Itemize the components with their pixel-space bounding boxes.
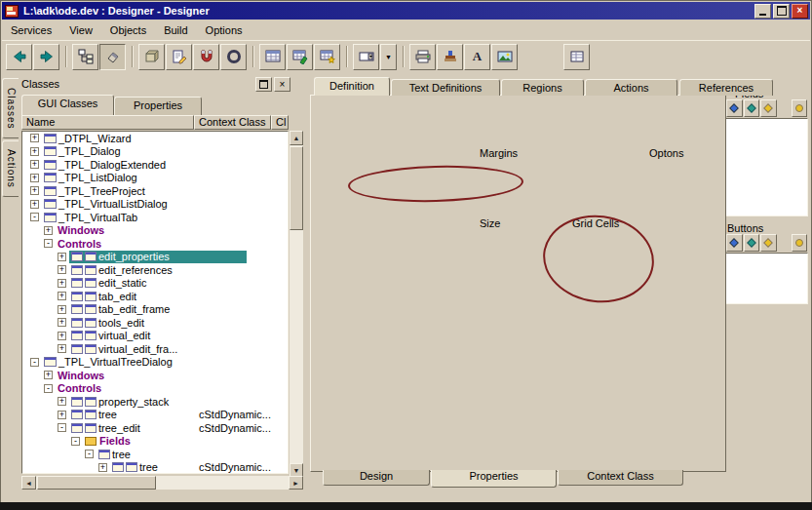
close-button[interactable]: × bbox=[792, 4, 808, 19]
package-button[interactable] bbox=[138, 44, 165, 70]
control-picker-menu-button[interactable]: ▼ bbox=[380, 44, 397, 70]
tree-horizontal-scrollbar[interactable]: ◄ ► bbox=[21, 476, 303, 490]
font-button[interactable]: A bbox=[464, 44, 490, 70]
maximize-button[interactable] bbox=[773, 4, 790, 19]
expand-icon[interactable]: + bbox=[30, 147, 39, 156]
expand-icon[interactable]: + bbox=[30, 160, 39, 169]
control-picker-button[interactable] bbox=[353, 44, 379, 70]
tab-gui-classes[interactable]: GUI Classes bbox=[21, 95, 114, 115]
expand-icon[interactable]: - bbox=[30, 358, 39, 367]
expand-icon[interactable]: - bbox=[71, 437, 80, 446]
tree-item-fields[interactable]: -Fields bbox=[22, 435, 288, 449]
tab-context-class[interactable]: Context Class bbox=[558, 470, 683, 486]
menu-build[interactable]: Build bbox=[155, 22, 196, 38]
button-delete-button[interactable] bbox=[760, 234, 777, 252]
design-mode-button[interactable] bbox=[99, 44, 126, 70]
expand-icon[interactable]: + bbox=[58, 253, 66, 261]
ring-button[interactable] bbox=[220, 44, 247, 70]
tree-item-tree[interactable]: +treecStdDynamic... bbox=[22, 409, 288, 422]
menu-services[interactable]: Services bbox=[2, 22, 60, 38]
tree-item-tpl-virtualtreedialog[interactable]: -_TPL_VirtualTreeDialog bbox=[22, 356, 288, 370]
expand-icon[interactable]: + bbox=[30, 186, 39, 195]
expand-icon[interactable]: + bbox=[58, 411, 66, 419]
expand-icon[interactable]: + bbox=[30, 174, 39, 182]
tree-item-virtual-edit[interactable]: +virtual_edit bbox=[22, 330, 288, 343]
expand-icon[interactable]: + bbox=[58, 305, 66, 314]
tab-properties-left[interactable]: Properties bbox=[114, 97, 202, 115]
tab-properties[interactable]: Properties bbox=[431, 470, 557, 488]
stamp-button[interactable] bbox=[437, 44, 463, 70]
tab-design[interactable]: Design bbox=[323, 470, 430, 486]
expand-icon[interactable]: + bbox=[58, 332, 66, 340]
tab-text-definitions[interactable]: Text Definitions bbox=[391, 79, 500, 96]
scroll-left-button[interactable]: ◄ bbox=[21, 476, 36, 490]
tree-item-edit-static[interactable]: +edit_static bbox=[22, 277, 288, 291]
close-panel-button[interactable]: × bbox=[274, 77, 290, 92]
field-delete-button[interactable] bbox=[760, 99, 777, 117]
class-view-button[interactable] bbox=[72, 44, 98, 70]
tab-actions[interactable]: Actions bbox=[585, 79, 677, 96]
tree-item-tpl-dialog[interactable]: +_TPL_Dialog bbox=[22, 145, 288, 159]
grid-edit-button[interactable] bbox=[287, 44, 313, 70]
expand-icon[interactable]: + bbox=[58, 279, 66, 288]
field-add-button[interactable] bbox=[726, 99, 743, 117]
tree-item-field-tree[interactable]: -tree bbox=[22, 448, 288, 461]
expand-icon[interactable]: + bbox=[30, 134, 39, 142]
column-header-context-class[interactable]: Context Class bbox=[194, 115, 271, 130]
expand-icon[interactable]: + bbox=[30, 200, 39, 209]
tree-item-tpl-virtualtab[interactable]: -_TPL_VirtualTab bbox=[22, 211, 288, 224]
tree-vertical-scrollbar[interactable]: ▲ ▼ bbox=[290, 131, 303, 474]
menu-options[interactable]: Options bbox=[197, 22, 251, 38]
forward-button[interactable] bbox=[33, 44, 59, 70]
tree-item-tab-edit-frame[interactable]: +tab_edit_frame bbox=[22, 303, 288, 317]
buttons-list[interactable] bbox=[725, 253, 808, 304]
tree-item-tree-edit[interactable]: -tree_editcStdDynamic... bbox=[22, 421, 288, 435]
expand-icon[interactable]: + bbox=[98, 463, 107, 472]
expand-icon[interactable]: + bbox=[58, 318, 66, 327]
scroll-thumb[interactable] bbox=[37, 476, 156, 490]
button-edit-button[interactable] bbox=[744, 234, 760, 252]
expand-icon[interactable]: - bbox=[44, 384, 53, 393]
expand-icon[interactable]: - bbox=[85, 450, 94, 458]
tree-item-virtual-edit-fra[interactable]: +virtual_edit_fra... bbox=[22, 342, 288, 356]
image-button[interactable] bbox=[491, 44, 518, 70]
field-edit-button[interactable] bbox=[744, 99, 760, 117]
expand-icon[interactable]: + bbox=[58, 344, 66, 353]
expand-icon[interactable]: - bbox=[58, 423, 66, 432]
tree-item-tools-edit[interactable]: +tools_edit bbox=[22, 316, 288, 330]
column-header-cl[interactable]: Cl bbox=[271, 115, 289, 130]
title-bar[interactable]: L:\adk\ode.dev : Designer - Designer × bbox=[2, 2, 810, 20]
menu-objects[interactable]: Objects bbox=[101, 22, 155, 38]
tree-item-dtpl-wizard[interactable]: +_DTPL_Wizard bbox=[22, 132, 288, 145]
tree-item-windows-2[interactable]: +Windows bbox=[22, 369, 288, 382]
scroll-right-button[interactable]: ► bbox=[289, 476, 303, 490]
tree-item-edit-properties[interactable]: +edit_properties bbox=[22, 251, 288, 264]
expand-icon[interactable]: + bbox=[58, 265, 66, 274]
expand-icon[interactable]: - bbox=[44, 239, 53, 248]
minimize-button[interactable] bbox=[754, 4, 771, 19]
back-button[interactable] bbox=[6, 44, 32, 70]
fields-list[interactable] bbox=[725, 118, 808, 216]
tree-item-property-stack[interactable]: +property_stack bbox=[22, 395, 288, 409]
print-button[interactable] bbox=[409, 44, 436, 70]
tab-definition[interactable]: Definition bbox=[314, 77, 390, 96]
tree-item-tpl-listdialog[interactable]: +_TPL_ListDialog bbox=[22, 172, 288, 185]
dock-tab-actions[interactable]: Actions bbox=[2, 140, 19, 197]
tree-item-field-tree-child[interactable]: +treecStdDynamic... bbox=[22, 461, 288, 475]
scroll-up-button[interactable]: ▲ bbox=[290, 131, 303, 145]
expand-icon[interactable]: + bbox=[44, 226, 53, 235]
field-props-button[interactable] bbox=[792, 99, 808, 117]
tree-item-controls-2[interactable]: -Controls bbox=[22, 382, 288, 396]
tree-item-edit-references[interactable]: +edit_references bbox=[22, 263, 288, 277]
magnet-button[interactable] bbox=[193, 44, 219, 70]
expand-icon[interactable]: + bbox=[58, 397, 66, 406]
button-add-button[interactable] bbox=[726, 234, 743, 252]
float-panel-button[interactable] bbox=[255, 77, 272, 92]
expand-icon[interactable]: - bbox=[30, 213, 39, 221]
tree-item-tpl-dialogextended[interactable]: +_TPL_DialogExtended bbox=[22, 158, 288, 172]
menu-view[interactable]: View bbox=[60, 22, 101, 38]
tab-references[interactable]: References bbox=[679, 79, 773, 96]
list-button[interactable] bbox=[563, 44, 590, 70]
expand-icon[interactable]: + bbox=[58, 292, 66, 300]
tree-item-controls[interactable]: -Controls bbox=[22, 237, 288, 251]
